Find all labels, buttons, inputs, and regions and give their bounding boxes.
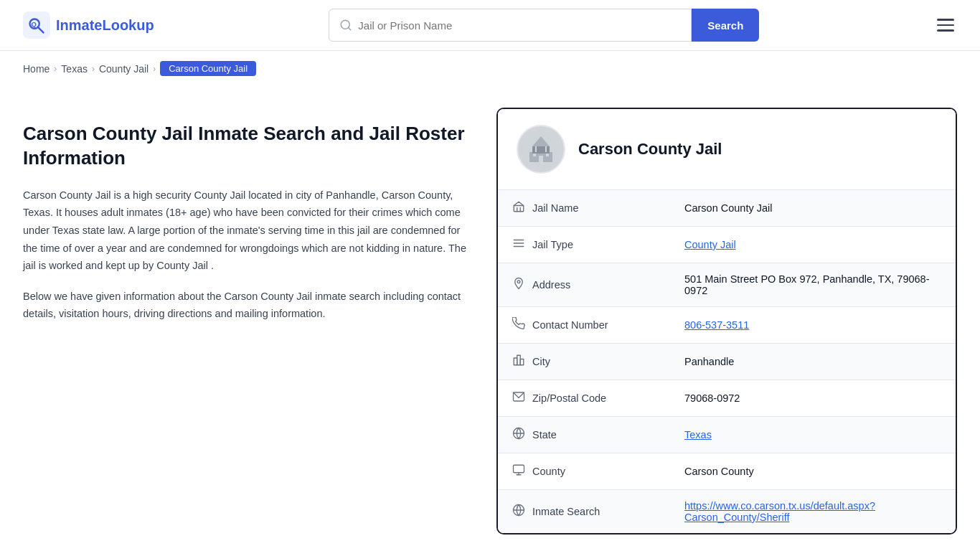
main-content: Carson County Jail Inmate Search and Jai…	[0, 86, 980, 551]
value-text-address: 501 Main Street PO Box 972, Panhandle, T…	[684, 273, 930, 296]
left-panel: Carson County Jail Inmate Search and Jai…	[23, 108, 468, 534]
search-bar: Search	[329, 9, 759, 42]
svg-rect-11	[539, 156, 543, 162]
field-icon-jail-type	[512, 237, 525, 253]
value-link-state[interactable]: Texas	[684, 429, 712, 441]
value-text-county: Carson County	[684, 466, 754, 477]
svg-rect-16	[545, 146, 547, 152]
svg-rect-0	[23, 11, 50, 39]
field-label-county: County	[512, 463, 656, 479]
field-icon-contact	[512, 317, 525, 333]
field-label-contact: Contact Number	[512, 317, 656, 333]
value-text-city: Panhandle	[684, 356, 734, 367]
field-label-state: State	[512, 427, 656, 443]
table-row: City Panhandle	[498, 344, 956, 380]
field-icon-state	[512, 427, 525, 443]
field-label-jail-type: Jail Type	[512, 237, 656, 253]
breadcrumb-chevron-3: ›	[153, 64, 156, 74]
logo-text: InmateLookup	[56, 17, 154, 34]
field-label-jail-name: Jail Name	[512, 200, 656, 216]
svg-rect-27	[520, 359, 524, 365]
breadcrumb-chevron-1: ›	[54, 64, 57, 74]
value-link-jail-type[interactable]: County Jail	[684, 239, 736, 250]
field-icon-address	[512, 277, 525, 293]
svg-rect-13	[546, 154, 549, 156]
table-row: Contact Number 806-537-3511	[498, 307, 956, 344]
right-panel: Carson County Jail Jail Name Carson Coun…	[496, 108, 957, 534]
field-value-inmate-search: https://www.co.carson.tx.us/default.aspx…	[670, 490, 956, 534]
field-value-state: Texas	[670, 417, 956, 453]
field-label-zip: Zip/Postal Code	[512, 390, 656, 406]
jail-avatar	[517, 125, 565, 174]
breadcrumb: Home › Texas › County Jail › Carson Coun…	[0, 51, 980, 86]
table-row: Jail Name Carson County Jail	[498, 190, 956, 227]
field-value-jail-type: County Jail	[670, 227, 956, 263]
jail-building-icon	[522, 131, 560, 168]
breadcrumb-chevron-2: ›	[92, 64, 95, 74]
field-value-city: Panhandle	[670, 344, 956, 380]
search-button[interactable]: Search	[692, 9, 759, 42]
search-input-wrap	[329, 9, 692, 42]
hamburger-line-2	[937, 24, 954, 27]
description-2: Below we have given information about th…	[23, 288, 468, 323]
search-input[interactable]	[358, 19, 681, 32]
logo-link[interactable]: Q InmateLookup	[23, 11, 154, 39]
value-link-contact[interactable]: 806-537-3511	[684, 319, 749, 331]
card-title: Carson County Jail	[578, 140, 722, 159]
value-text-jail-name: Carson County Jail	[684, 202, 773, 214]
field-label-inmate-search: Inmate Search	[512, 504, 656, 519]
svg-rect-18	[514, 206, 524, 212]
logo-icon: Q	[23, 11, 50, 39]
svg-rect-17	[550, 146, 551, 152]
field-value-zip: 79068-0972	[670, 380, 956, 417]
field-value-jail-name: Carson County Jail	[670, 190, 956, 227]
svg-line-5	[349, 27, 351, 29]
site-header: Q InmateLookup Search	[0, 0, 980, 51]
value-link-inmate-search[interactable]: https://www.co.carson.tx.us/default.aspx…	[684, 500, 875, 523]
svg-point-24	[517, 281, 520, 283]
svg-rect-14	[531, 146, 532, 152]
menu-button[interactable]	[934, 16, 957, 34]
table-row: Address 501 Main Street PO Box 972, Panh…	[498, 263, 956, 307]
field-icon-inmate-search	[512, 504, 525, 519]
description-1: Carson County Jail is a high security Co…	[23, 187, 468, 275]
field-icon-zip	[512, 390, 525, 406]
table-row: State Texas	[498, 417, 956, 453]
svg-text:Q: Q	[31, 20, 36, 28]
table-row: County Carson County	[498, 453, 956, 490]
svg-rect-12	[533, 154, 536, 156]
info-table: Jail Name Carson County Jail Jail Type C…	[498, 190, 956, 533]
field-label-city: City	[512, 354, 656, 369]
table-row: Inmate Search https://www.co.carson.tx.u…	[498, 490, 956, 534]
hamburger-line-1	[937, 19, 954, 21]
field-icon-county	[512, 463, 525, 479]
svg-rect-31	[514, 465, 524, 473]
value-text-zip: 79068-0972	[684, 392, 740, 404]
breadcrumb-texas[interactable]: Texas	[61, 63, 88, 75]
svg-rect-15	[535, 146, 537, 152]
info-card: Carson County Jail Jail Name Carson Coun…	[496, 108, 957, 534]
hamburger-line-3	[937, 29, 954, 32]
field-icon-jail-name	[512, 200, 525, 216]
field-value-county: Carson County	[670, 453, 956, 490]
field-icon-city	[512, 354, 525, 369]
breadcrumb-county-jail[interactable]: County Jail	[99, 63, 149, 75]
table-row: Jail Type County Jail	[498, 227, 956, 263]
breadcrumb-current: Carson County Jail	[160, 61, 256, 76]
page-title: Carson County Jail Inmate Search and Jai…	[23, 122, 468, 171]
field-label-address: Address	[512, 277, 656, 293]
field-value-address: 501 Main Street PO Box 972, Panhandle, T…	[670, 263, 956, 307]
table-row: Zip/Postal Code 79068-0972	[498, 380, 956, 417]
field-value-contact: 806-537-3511	[670, 307, 956, 344]
card-header: Carson County Jail	[498, 109, 956, 190]
search-icon	[339, 19, 352, 32]
breadcrumb-home[interactable]: Home	[23, 63, 50, 75]
